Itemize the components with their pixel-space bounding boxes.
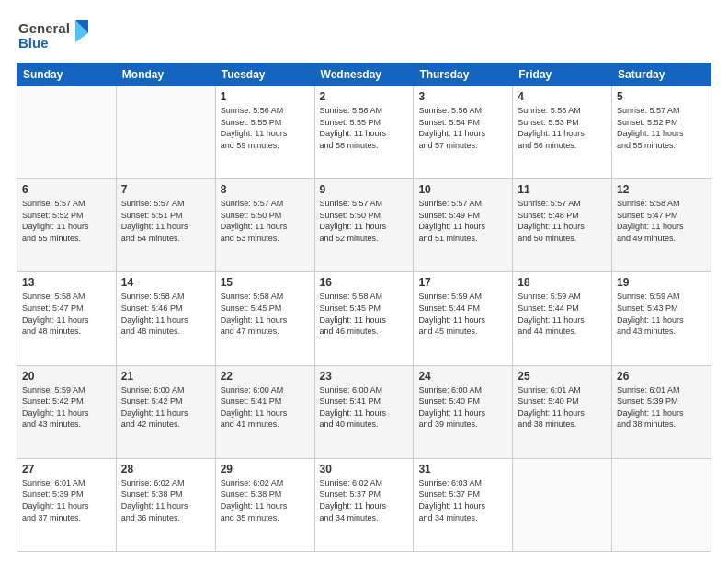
day-number: 23: [320, 370, 409, 383]
logo: GeneralBlue: [17, 17, 90, 53]
day-cell: 23Sunrise: 6:00 AM Sunset: 5:41 PM Dayli…: [314, 365, 414, 458]
day-info: Sunrise: 6:00 AM Sunset: 5:41 PM Dayligh…: [221, 385, 310, 431]
day-info: Sunrise: 6:02 AM Sunset: 5:38 PM Dayligh…: [121, 477, 210, 523]
day-number: 17: [418, 276, 507, 289]
day-info: Sunrise: 5:58 AM Sunset: 5:45 PM Dayligh…: [320, 291, 409, 337]
day-cell: 17Sunrise: 5:59 AM Sunset: 5:44 PM Dayli…: [414, 272, 513, 365]
day-info: Sunrise: 6:01 AM Sunset: 5:40 PM Dayligh…: [518, 385, 607, 431]
col-header-monday: Monday: [116, 63, 215, 86]
day-info: Sunrise: 5:56 AM Sunset: 5:55 PM Dayligh…: [320, 105, 409, 151]
day-info: Sunrise: 6:03 AM Sunset: 5:37 PM Dayligh…: [418, 477, 507, 523]
day-number: 4: [518, 90, 607, 103]
day-number: 13: [22, 276, 111, 289]
day-cell: 20Sunrise: 5:59 AM Sunset: 5:42 PM Dayli…: [17, 365, 117, 458]
day-cell: [17, 86, 117, 179]
day-cell: 2Sunrise: 5:56 AM Sunset: 5:55 PM Daylig…: [314, 86, 414, 179]
col-header-sunday: Sunday: [17, 63, 117, 86]
day-cell: 25Sunrise: 6:01 AM Sunset: 5:40 PM Dayli…: [513, 365, 612, 458]
day-cell: 29Sunrise: 6:02 AM Sunset: 5:38 PM Dayli…: [215, 458, 314, 551]
day-info: Sunrise: 5:57 AM Sunset: 5:49 PM Dayligh…: [418, 198, 507, 244]
day-cell: 22Sunrise: 6:00 AM Sunset: 5:41 PM Dayli…: [215, 365, 314, 458]
day-cell: 19Sunrise: 5:59 AM Sunset: 5:43 PM Dayli…: [612, 272, 711, 365]
day-info: Sunrise: 5:56 AM Sunset: 5:53 PM Dayligh…: [518, 105, 607, 151]
calendar-table: SundayMondayTuesdayWednesdayThursdayFrid…: [17, 63, 711, 552]
day-cell: 4Sunrise: 5:56 AM Sunset: 5:53 PM Daylig…: [513, 86, 612, 179]
day-cell: 12Sunrise: 5:58 AM Sunset: 5:47 PM Dayli…: [612, 179, 711, 272]
day-info: Sunrise: 5:59 AM Sunset: 5:44 PM Dayligh…: [418, 291, 507, 337]
day-info: Sunrise: 5:59 AM Sunset: 5:43 PM Dayligh…: [617, 291, 706, 337]
day-cell: [612, 458, 711, 551]
day-cell: 16Sunrise: 5:58 AM Sunset: 5:45 PM Dayli…: [314, 272, 414, 365]
week-row-4: 27Sunrise: 6:01 AM Sunset: 5:39 PM Dayli…: [17, 458, 711, 551]
day-info: Sunrise: 5:58 AM Sunset: 5:47 PM Dayligh…: [22, 291, 111, 337]
day-info: Sunrise: 5:57 AM Sunset: 5:52 PM Dayligh…: [22, 198, 111, 244]
day-info: Sunrise: 5:57 AM Sunset: 5:52 PM Dayligh…: [617, 105, 706, 151]
day-number: 1: [221, 90, 310, 103]
day-info: Sunrise: 5:57 AM Sunset: 5:50 PM Dayligh…: [221, 198, 310, 244]
day-number: 30: [320, 463, 409, 476]
day-cell: 27Sunrise: 6:01 AM Sunset: 5:39 PM Dayli…: [17, 458, 117, 551]
day-number: 3: [418, 90, 507, 103]
day-info: Sunrise: 6:02 AM Sunset: 5:38 PM Dayligh…: [221, 477, 310, 523]
day-info: Sunrise: 6:00 AM Sunset: 5:41 PM Dayligh…: [320, 385, 409, 431]
day-info: Sunrise: 6:00 AM Sunset: 5:42 PM Dayligh…: [121, 385, 210, 431]
col-header-thursday: Thursday: [414, 63, 513, 86]
day-number: 24: [418, 370, 507, 383]
day-cell: 30Sunrise: 6:02 AM Sunset: 5:37 PM Dayli…: [314, 458, 414, 551]
day-cell: 5Sunrise: 5:57 AM Sunset: 5:52 PM Daylig…: [612, 86, 711, 179]
day-cell: 18Sunrise: 5:59 AM Sunset: 5:44 PM Dayli…: [513, 272, 612, 365]
day-number: 2: [320, 90, 409, 103]
day-number: 15: [221, 276, 310, 289]
week-row-0: 1Sunrise: 5:56 AM Sunset: 5:55 PM Daylig…: [17, 86, 711, 179]
day-number: 18: [518, 276, 607, 289]
day-number: 28: [121, 463, 210, 476]
day-cell: 21Sunrise: 6:00 AM Sunset: 5:42 PM Dayli…: [116, 365, 215, 458]
day-number: 22: [221, 370, 310, 383]
day-info: Sunrise: 5:57 AM Sunset: 5:50 PM Dayligh…: [320, 198, 409, 244]
day-cell: 9Sunrise: 5:57 AM Sunset: 5:50 PM Daylig…: [314, 179, 414, 272]
day-cell: 6Sunrise: 5:57 AM Sunset: 5:52 PM Daylig…: [17, 179, 117, 272]
day-cell: [513, 458, 612, 551]
week-row-1: 6Sunrise: 5:57 AM Sunset: 5:52 PM Daylig…: [17, 179, 711, 272]
page: GeneralBlue SundayMondayTuesdayWednesday…: [0, 0, 728, 563]
week-row-3: 20Sunrise: 5:59 AM Sunset: 5:42 PM Dayli…: [17, 365, 711, 458]
svg-text:General: General: [18, 20, 70, 36]
day-cell: 14Sunrise: 5:58 AM Sunset: 5:46 PM Dayli…: [116, 272, 215, 365]
day-number: 7: [121, 183, 210, 196]
day-info: Sunrise: 6:01 AM Sunset: 5:39 PM Dayligh…: [617, 385, 706, 431]
col-header-friday: Friday: [513, 63, 612, 86]
svg-text:Blue: Blue: [18, 35, 49, 51]
day-info: Sunrise: 5:58 AM Sunset: 5:46 PM Dayligh…: [121, 291, 210, 337]
day-number: 19: [617, 276, 706, 289]
day-info: Sunrise: 6:00 AM Sunset: 5:40 PM Dayligh…: [418, 385, 507, 431]
day-number: 9: [320, 183, 409, 196]
day-info: Sunrise: 6:02 AM Sunset: 5:37 PM Dayligh…: [320, 477, 409, 523]
day-info: Sunrise: 6:01 AM Sunset: 5:39 PM Dayligh…: [22, 477, 111, 523]
col-header-wednesday: Wednesday: [314, 63, 414, 86]
week-row-2: 13Sunrise: 5:58 AM Sunset: 5:47 PM Dayli…: [17, 272, 711, 365]
day-number: 26: [617, 370, 706, 383]
day-cell: 7Sunrise: 5:57 AM Sunset: 5:51 PM Daylig…: [116, 179, 215, 272]
day-number: 16: [320, 276, 409, 289]
day-number: 29: [221, 463, 310, 476]
day-cell: 28Sunrise: 6:02 AM Sunset: 5:38 PM Dayli…: [116, 458, 215, 551]
day-number: 21: [121, 370, 210, 383]
day-number: 5: [617, 90, 706, 103]
day-info: Sunrise: 5:57 AM Sunset: 5:51 PM Dayligh…: [121, 198, 210, 244]
day-number: 31: [418, 463, 507, 476]
day-cell: 11Sunrise: 5:57 AM Sunset: 5:48 PM Dayli…: [513, 179, 612, 272]
logo-svg: GeneralBlue: [17, 17, 90, 53]
day-number: 27: [22, 463, 111, 476]
day-number: 8: [221, 183, 310, 196]
day-info: Sunrise: 5:56 AM Sunset: 5:55 PM Dayligh…: [221, 105, 310, 151]
day-info: Sunrise: 5:57 AM Sunset: 5:48 PM Dayligh…: [518, 198, 607, 244]
col-header-saturday: Saturday: [612, 63, 711, 86]
day-number: 12: [617, 183, 706, 196]
col-header-tuesday: Tuesday: [215, 63, 314, 86]
header: GeneralBlue: [17, 17, 711, 53]
day-info: Sunrise: 5:59 AM Sunset: 5:42 PM Dayligh…: [22, 385, 111, 431]
day-info: Sunrise: 5:56 AM Sunset: 5:54 PM Dayligh…: [418, 105, 507, 151]
day-cell: 8Sunrise: 5:57 AM Sunset: 5:50 PM Daylig…: [215, 179, 314, 272]
day-cell: 13Sunrise: 5:58 AM Sunset: 5:47 PM Dayli…: [17, 272, 117, 365]
day-info: Sunrise: 5:58 AM Sunset: 5:47 PM Dayligh…: [617, 198, 706, 244]
